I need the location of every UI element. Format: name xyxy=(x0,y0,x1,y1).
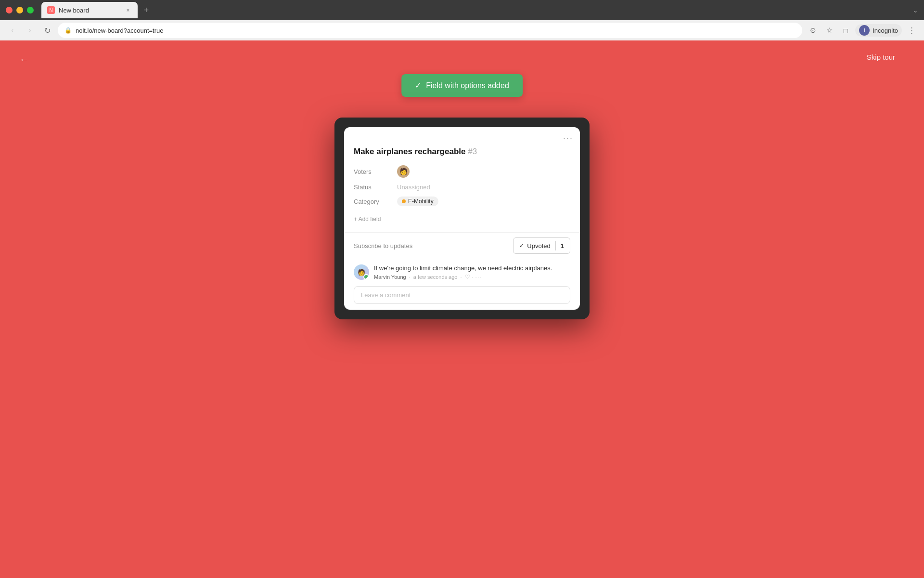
comment-author: Marvin Young xyxy=(374,274,406,280)
issue-number: #3 xyxy=(468,147,477,156)
bookmark-icon[interactable]: ☆ xyxy=(822,24,836,37)
comment-meta: Marvin Young · a few seconds ago · ♡ · ·… xyxy=(374,274,570,280)
status-label: Status xyxy=(354,184,397,191)
comment-actions: ♡ · ··· xyxy=(465,274,482,280)
commenter-avatar: 🧑 xyxy=(354,264,369,280)
avatar-online-badge xyxy=(363,274,369,280)
subscribe-button[interactable]: Subscribe to updates xyxy=(354,242,513,250)
cast-icon[interactable]: ⊙ xyxy=(806,24,820,37)
forward-button[interactable]: › xyxy=(23,24,37,37)
category-label: Category xyxy=(354,198,397,205)
minimize-window-button[interactable] xyxy=(16,7,23,13)
status-text: Unassigned xyxy=(397,184,430,191)
tab-favicon-letter: N xyxy=(49,8,52,13)
browser-titlebar: N New board × + ⌄ xyxy=(0,0,924,20)
close-window-button[interactable] xyxy=(6,7,13,13)
inner-modal-card: ··· Make airplanes rechargeable #3 Voter… xyxy=(344,127,580,310)
new-tab-button[interactable]: + xyxy=(140,3,153,17)
category-dot-icon xyxy=(402,199,406,203)
status-field-row: Status Unassigned xyxy=(354,184,570,191)
toolbar-actions: ⊙ ☆ □ I Incognito ⋮ xyxy=(806,24,918,37)
toast-message: Field with options added xyxy=(426,81,509,90)
upvote-button[interactable]: ✓ Upvoted 1 xyxy=(513,237,570,254)
voter-avatar: 🧑 xyxy=(397,165,410,178)
comment-input-wrapper xyxy=(354,286,570,304)
back-button[interactable]: ‹ xyxy=(6,24,19,37)
upvote-divider xyxy=(555,241,556,250)
browser-tab-new-board[interactable]: N New board × xyxy=(41,2,138,18)
comment-text: If we're going to limit climate change, … xyxy=(374,264,570,272)
upvote-count: 1 xyxy=(561,242,564,250)
modal-title-text: Make airplanes rechargeable xyxy=(354,147,465,156)
profile-button[interactable]: I Incognito xyxy=(855,24,902,37)
toast-notification: ✓ Field with options added xyxy=(401,74,523,97)
traffic-lights xyxy=(6,7,34,13)
browser-toolbar: ‹ › ↻ 🔒 nolt.io/new-board?account=true ⊙… xyxy=(0,20,924,40)
comment-like-button[interactable]: ♡ xyxy=(465,274,470,280)
add-field-button[interactable]: + Add field xyxy=(354,214,381,224)
outer-modal-close-button[interactable]: × xyxy=(568,125,582,139)
profile-label: Incognito xyxy=(873,27,898,34)
tab-close-button[interactable]: × xyxy=(124,6,132,14)
comment-more-button[interactable]: ··· xyxy=(475,274,482,280)
back-page-button[interactable]: ← xyxy=(19,54,29,65)
upvote-label: Upvoted xyxy=(527,242,550,250)
reload-button[interactable]: ↻ xyxy=(40,24,54,37)
comment-separator3: · xyxy=(472,274,474,280)
modal-title: Make airplanes rechargeable #3 xyxy=(354,147,570,157)
comment-item: 🧑 If we're going to limit climate change… xyxy=(354,264,570,280)
extensions-icon[interactable]: □ xyxy=(839,24,852,37)
maximize-window-button[interactable] xyxy=(27,7,34,13)
comments-section: 🧑 If we're going to limit climate change… xyxy=(344,259,580,310)
comment-separator2: · xyxy=(460,274,462,280)
status-value[interactable]: Unassigned xyxy=(397,184,430,191)
modal-inner-header: ··· xyxy=(344,127,580,143)
address-text: nolt.io/new-board?account=true xyxy=(76,27,163,34)
category-badge[interactable]: E-Mobility xyxy=(397,197,438,206)
tab-bar: N New board × + xyxy=(41,2,912,18)
comment-input[interactable] xyxy=(354,286,570,304)
menu-icon[interactable]: ⋮ xyxy=(905,24,918,37)
page-content: ← Skip tour ✓ Field with options added ×… xyxy=(0,40,924,578)
tab-favicon: N xyxy=(47,6,55,14)
category-field-row: Category E-Mobility xyxy=(354,197,570,206)
toast-check-icon: ✓ xyxy=(415,81,421,90)
skip-tour-button[interactable]: Skip tour xyxy=(867,53,895,61)
voters-value: 🧑 xyxy=(397,165,410,178)
lock-icon: 🔒 xyxy=(64,27,72,34)
voters-label: Voters xyxy=(354,168,397,175)
voters-field-row: Voters 🧑 xyxy=(354,165,570,178)
outer-modal: × ··· Make airplanes rechargeable #3 Vot… xyxy=(334,118,590,319)
tab-expand-icon: ⌄ xyxy=(912,6,918,14)
tab-title: New board xyxy=(59,7,120,14)
category-value[interactable]: E-Mobility xyxy=(397,197,438,206)
comment-separator: · xyxy=(409,274,411,280)
modal-body: Make airplanes rechargeable #3 Voters 🧑 … xyxy=(344,143,580,232)
upvote-check-icon: ✓ xyxy=(519,242,524,249)
address-bar[interactable]: 🔒 nolt.io/new-board?account=true xyxy=(58,23,802,38)
action-bar: Subscribe to updates ✓ Upvoted 1 xyxy=(344,232,580,259)
comment-time: a few seconds ago xyxy=(413,274,458,280)
category-text: E-Mobility xyxy=(408,198,434,205)
comment-content: If we're going to limit climate change, … xyxy=(374,264,570,280)
browser-chrome: N New board × + ⌄ ‹ › ↻ 🔒 nolt.io/new-bo… xyxy=(0,0,924,40)
profile-avatar: I xyxy=(859,25,870,36)
